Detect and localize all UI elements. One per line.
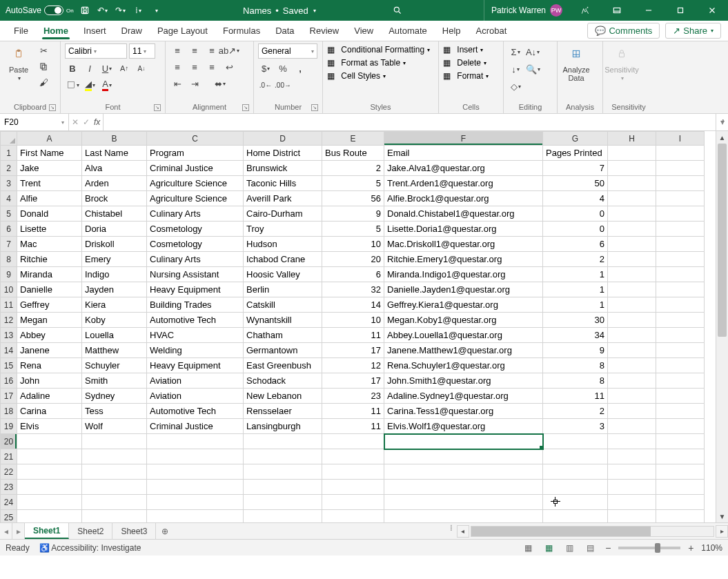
orientation-button[interactable]: ab↗▾ <box>222 43 237 57</box>
sheet-nav-prev[interactable]: ◂ <box>0 523 12 539</box>
tab-automate[interactable]: Automate <box>382 23 434 39</box>
cell[interactable] <box>656 419 705 434</box>
horizontal-scrollbar[interactable] <box>471 526 714 537</box>
cell[interactable]: 9 <box>322 206 384 222</box>
insert-function-button[interactable]: fx <box>94 117 100 127</box>
cell[interactable]: Kiera <box>82 297 147 313</box>
cell[interactable]: 17 <box>322 343 384 358</box>
merge-center-button[interactable]: ⬌▾ <box>204 77 236 90</box>
align-left-button[interactable]: ≡ <box>170 60 185 74</box>
cell-styles-button[interactable]: ▦ Cell Styles▾ <box>327 71 386 81</box>
cell[interactable] <box>543 434 608 449</box>
font-size-combo[interactable]: 11▾ <box>129 43 155 59</box>
cell[interactable]: 17 <box>322 373 384 389</box>
cell[interactable]: 10 <box>322 237 384 252</box>
cell[interactable] <box>82 510 147 523</box>
tab-data[interactable]: Data <box>268 23 301 39</box>
cell[interactable]: Berlin <box>244 282 322 297</box>
cell[interactable] <box>608 419 656 434</box>
collapse-ribbon-button[interactable]: ˄ <box>721 119 725 128</box>
cell[interactable]: Lansingburgh <box>244 419 322 434</box>
row-header-16[interactable]: 16 <box>1 373 17 389</box>
document-title[interactable]: Names • Saved ▾ <box>243 6 316 16</box>
conditional-formatting-button[interactable]: ▦ Conditional Formatting▾ <box>327 45 430 55</box>
row-header-8[interactable]: 8 <box>1 252 17 267</box>
row-header-20[interactable]: 20 <box>1 434 17 449</box>
row-header-14[interactable]: 14 <box>1 343 17 358</box>
cell[interactable]: Rensselaer <box>244 404 322 419</box>
row-header-18[interactable]: 18 <box>1 404 17 419</box>
cell[interactable] <box>244 480 322 495</box>
cell[interactable] <box>656 328 705 343</box>
cell[interactable] <box>656 206 705 222</box>
cell[interactable]: Chistabel <box>82 206 147 222</box>
cell[interactable]: 1 <box>543 297 608 313</box>
cell[interactable]: Criminal Justice <box>147 419 244 434</box>
cell[interactable] <box>147 495 244 510</box>
sheet-tab-sheet1[interactable]: Sheet1 <box>25 523 69 539</box>
find-select-button[interactable]: 🔍▾ <box>525 62 540 76</box>
zoom-out-button[interactable]: − <box>603 542 613 553</box>
align-right-button[interactable]: ≡ <box>204 60 219 74</box>
sheet-nav-next[interactable]: ▸ <box>12 523 25 539</box>
cell[interactable]: 0 <box>543 222 608 237</box>
zoom-level[interactable]: 110% <box>701 543 722 553</box>
cell[interactable]: Troy <box>244 222 322 237</box>
cell[interactable] <box>608 510 656 523</box>
cancel-formula-button[interactable]: ✕ <box>72 117 79 127</box>
insert-button[interactable]: ▦ Insert▾ <box>443 45 483 55</box>
cell[interactable]: Carina <box>17 404 82 419</box>
cell[interactable]: Mac.Driskoll1@questar.org <box>384 237 543 252</box>
cell[interactable] <box>384 464 543 480</box>
cell[interactable] <box>656 434 705 449</box>
cell[interactable]: Alva <box>82 161 147 176</box>
cell[interactable]: Schuyler <box>82 358 147 373</box>
cell[interactable]: Rena <box>17 358 82 373</box>
cell[interactable]: Agriculture Science <box>147 191 244 206</box>
cell[interactable]: 2 <box>322 161 384 176</box>
cell[interactable]: First Name <box>17 146 82 161</box>
cell[interactable]: John.Smith1@questar.org <box>384 373 543 389</box>
cell[interactable] <box>608 267 656 282</box>
cell[interactable] <box>147 449 244 464</box>
row-header-2[interactable]: 2 <box>1 161 17 176</box>
cell[interactable]: Koby <box>82 313 147 328</box>
cell[interactable] <box>608 237 656 252</box>
cell[interactable] <box>656 495 705 510</box>
cell[interactable]: Emery <box>82 252 147 267</box>
cell[interactable] <box>322 495 384 510</box>
cell[interactable]: 20 <box>322 252 384 267</box>
increase-decimal-button[interactable]: .0← <box>258 78 273 92</box>
cell[interactable]: 7 <box>543 161 608 176</box>
cell[interactable]: Averill Park <box>244 191 322 206</box>
sheet-tab-sheet2[interactable]: Sheet2 <box>69 523 112 539</box>
sheet-tab-sheet3[interactable]: Sheet3 <box>112 523 156 539</box>
cell[interactable] <box>608 313 656 328</box>
cell[interactable]: 23 <box>322 389 384 404</box>
row-header-19[interactable]: 19 <box>1 419 17 434</box>
tab-formulas[interactable]: Formulas <box>216 23 267 39</box>
normal-view-button[interactable]: ▦ <box>541 542 556 554</box>
cell[interactable]: Cairo-Durham <box>244 206 322 222</box>
row-header-23[interactable]: 23 <box>1 480 17 495</box>
increase-indent-button[interactable]: ⇥ <box>187 77 202 90</box>
cell[interactable]: Germantown <box>244 343 322 358</box>
cell[interactable]: 50 <box>543 176 608 191</box>
cell[interactable] <box>82 449 147 464</box>
autosave-toggle[interactable]: AutoSave On <box>6 6 74 15</box>
cell[interactable]: Driskoll <box>82 237 147 252</box>
vertical-scrollbar[interactable]: ▲ ▼ <box>716 131 728 522</box>
cell[interactable] <box>608 434 656 449</box>
wrap-text-button[interactable]: ↩ <box>222 60 237 74</box>
cell[interactable]: Geffrey <box>17 297 82 313</box>
user-account[interactable]: Patrick Warren PW <box>484 0 569 21</box>
cell[interactable]: 9 <box>543 343 608 358</box>
format-button[interactable]: ▦ Format▾ <box>443 71 489 81</box>
cell[interactable]: Cosmetology <box>147 222 244 237</box>
cell[interactable]: Jake <box>17 161 82 176</box>
minimize-button[interactable] <box>633 0 665 21</box>
cell[interactable]: Ritchie.Emery1@questar.org <box>384 252 543 267</box>
cell[interactable]: Lisette <box>17 222 82 237</box>
cell[interactable]: Adaline <box>17 389 82 404</box>
cell[interactable] <box>82 495 147 510</box>
